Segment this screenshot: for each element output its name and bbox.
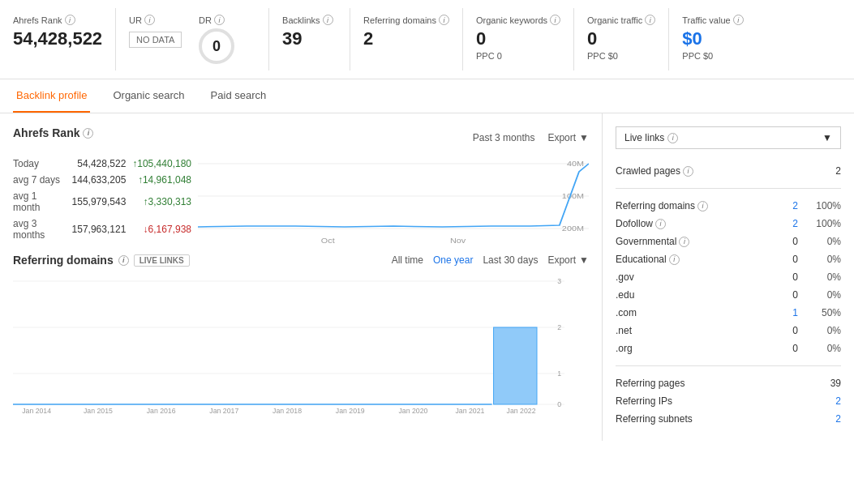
metric-dr: DR i 0: [199, 15, 255, 64]
metric-organic-traffic-value: 0: [587, 28, 655, 49]
traffic-value-info-icon[interactable]: i: [733, 15, 744, 25]
ahrefs-rank-export-button[interactable]: Export ▼: [547, 132, 589, 143]
ahrefs-rank-content: Today 54,428,522 ↑105,440,180 avg 7 days…: [13, 156, 589, 247]
time-filter: All time One year Last 30 days Export ▼: [392, 254, 589, 266]
ahrefs-rank-section-title: Ahrefs Rank i: [13, 126, 93, 139]
stat-percent: 0%: [805, 325, 841, 336]
rank-table: Today 54,428,522 ↑105,440,180 avg 7 days…: [13, 156, 191, 247]
divider-1: [616, 188, 841, 189]
live-links-badge: LIVE LINKS: [134, 254, 190, 267]
svg-text:Jan 2014: Jan 2014: [22, 407, 51, 415]
right-stats: Referring domains i 2 100% Dofollow i 2 …: [616, 197, 841, 357]
svg-text:0: 0: [557, 400, 561, 408]
chart-period-label: Past 3 months: [473, 132, 535, 143]
svg-text:Jan 2018: Jan 2018: [273, 407, 302, 415]
bottom-stat-value: 2: [835, 413, 841, 425]
time-filter-last-30-days[interactable]: Last 30 days: [483, 254, 538, 266]
tab-paid-search[interactable]: Paid search: [208, 79, 270, 113]
organic-traffic-info-icon[interactable]: i: [645, 15, 655, 25]
dr-info-icon[interactable]: i: [214, 15, 225, 25]
ur-info-icon[interactable]: i: [144, 15, 155, 25]
referring-domains-chart: 3 2 1 0 Jan 2014 Jan 2015 Jan 2016 Jan 2…: [13, 273, 564, 415]
stat-value: 2: [792, 218, 798, 229]
ahrefs-rank-section-info-icon[interactable]: i: [83, 128, 93, 139]
right-panel: Live links i ▼ Crawled pages i 2 Referri…: [603, 113, 854, 441]
left-panel: Ahrefs Rank i Past 3 months Export ▼ Tod…: [0, 113, 603, 441]
svg-text:2: 2: [557, 323, 561, 331]
referring-domains-export-button[interactable]: Export ▼: [547, 254, 589, 266]
svg-text:Jan 2021: Jan 2021: [455, 407, 484, 415]
metric-backlinks: Backlinks i 39: [269, 8, 350, 70]
time-filter-all-time[interactable]: All time: [392, 254, 423, 266]
stat-value: 0: [792, 289, 798, 301]
bottom-stat-row: Referring IPs 2: [616, 392, 841, 410]
svg-text:Jan 2017: Jan 2017: [209, 407, 238, 415]
divider-2: [616, 365, 841, 366]
backlinks-info-icon[interactable]: i: [323, 15, 333, 25]
crawled-pages-row: Crawled pages i 2: [616, 162, 841, 180]
metric-organic-traffic: Organic traffic i 0 PPC $0: [574, 8, 669, 70]
bottom-stats: Referring pages 39 Referring IPs 2 Refer…: [616, 374, 841, 428]
bottom-stat-row: Referring subnets 2: [616, 410, 841, 428]
tab-organic-search[interactable]: Organic search: [109, 79, 187, 113]
stat-value: 0: [792, 236, 798, 247]
referring-domains-section-info-icon[interactable]: i: [118, 255, 129, 266]
export2-chevron-icon: ▼: [579, 254, 589, 266]
referring-domains-header: Referring domains i LIVE LINKS All time …: [13, 254, 589, 267]
svg-text:Jan 2016: Jan 2016: [147, 407, 176, 415]
stat-info-icon[interactable]: i: [697, 201, 708, 211]
live-links-info-icon[interactable]: i: [667, 133, 678, 143]
rank-chart-svg: 40M 100M 200M Oct Nov: [198, 156, 589, 245]
metric-ur-dr: UR i NO DATA DR i 0: [116, 8, 269, 70]
referring-domains-chart-container: 3 2 1 0 Jan 2014 Jan 2015 Jan 2016 Jan 2…: [13, 273, 589, 417]
metric-traffic-value: Traffic value i $0 PPC $0: [669, 8, 756, 70]
bottom-stat-value: 2: [835, 395, 841, 407]
live-links-dropdown[interactable]: Live links i ▼: [616, 126, 841, 149]
stat-row: .com 1 50%: [616, 304, 841, 322]
referring-domains-info-icon[interactable]: i: [439, 15, 449, 25]
rank-row-1month: avg 1 month 155,979,543 ↑3,330,313: [13, 188, 191, 216]
stat-info-icon[interactable]: i: [679, 237, 689, 247]
metric-backlinks-value: 39: [282, 28, 337, 49]
bottom-stat-value: 39: [830, 378, 841, 389]
stat-percent: 0%: [805, 271, 841, 283]
ahrefs-rank-section-header: Ahrefs Rank i Past 3 months Export ▼: [13, 126, 589, 149]
metric-organic-keywords: Organic keywords i 0 PPC 0: [463, 8, 574, 70]
metric-organic-keywords-value: 0: [476, 28, 560, 49]
svg-text:Jan 2020: Jan 2020: [399, 407, 428, 415]
crawled-pages-info-icon[interactable]: i: [683, 166, 693, 177]
svg-text:Jan 2019: Jan 2019: [336, 407, 365, 415]
main-layout: Ahrefs Rank i Past 3 months Export ▼ Tod…: [0, 113, 854, 441]
traffic-value-sub: PPC $0: [682, 51, 743, 61]
stat-percent: 0%: [805, 254, 841, 265]
organic-keywords-info-icon[interactable]: i: [550, 15, 560, 25]
bottom-stat-row: Referring pages 39: [616, 374, 841, 392]
rank-chart-area: 40M 100M 200M Oct Nov: [198, 156, 589, 247]
tab-backlink-profile[interactable]: Backlink profile: [13, 79, 90, 113]
stat-value: 0: [792, 343, 798, 354]
stat-value: 0: [792, 254, 798, 265]
stat-info-icon[interactable]: i: [655, 219, 666, 229]
ur-no-data: NO DATA: [129, 32, 182, 48]
referring-domains-section: Referring domains i LIVE LINKS All time …: [13, 254, 589, 417]
stat-row: .edu 0 0%: [616, 286, 841, 304]
stat-percent: 100%: [805, 218, 841, 229]
export-chevron-icon: ▼: [579, 132, 589, 143]
dropdown-chevron-icon: ▼: [822, 132, 832, 143]
stat-row: .org 0 0%: [616, 340, 841, 357]
stat-value: 0: [792, 271, 798, 283]
metric-ahrefs-rank: Ahrefs Rank i 54,428,522: [0, 8, 116, 70]
stat-row: Dofollow i 2 100%: [616, 215, 841, 233]
dr-circle: 0: [199, 28, 234, 64]
tabs-bar: Backlink profile Organic search Paid sea…: [0, 79, 854, 113]
metric-traffic-value-value: $0: [682, 28, 743, 49]
metrics-bar: Ahrefs Rank i 54,428,522 UR i NO DATA DR…: [0, 0, 854, 79]
metric-ahrefs-rank-value: 54,428,522: [13, 28, 102, 49]
time-filter-one-year[interactable]: One year: [433, 254, 473, 266]
svg-text:Oct: Oct: [321, 237, 335, 245]
stat-row: Governmental i 0 0%: [616, 233, 841, 250]
stat-info-icon[interactable]: i: [669, 254, 680, 265]
rank-row-today: Today 54,428,522 ↑105,440,180: [13, 156, 191, 172]
svg-text:40M: 40M: [567, 160, 584, 168]
ahrefs-rank-info-icon[interactable]: i: [65, 15, 75, 25]
